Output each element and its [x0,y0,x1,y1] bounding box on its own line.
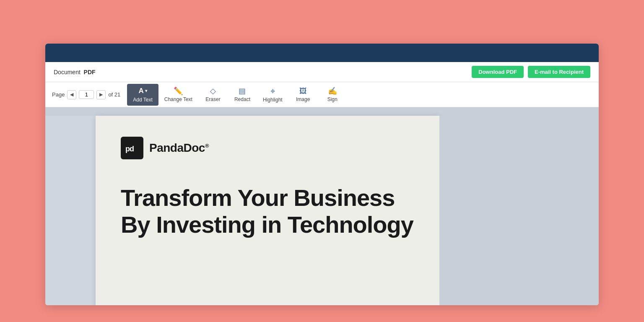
redact-tool-label: Redact [234,96,250,102]
sign-icon: ✍ [328,87,337,95]
add-text-tool-button[interactable]: A ▾ Add Text [127,84,158,106]
add-text-dropdown-arrow: ▾ [145,88,147,93]
page-of-label: of 21 [108,91,120,98]
pdf-headline: Transform Your Business By Investing in … [121,184,414,239]
doc-bar: Document PDF Download PDF E-mail to Reci… [45,62,599,82]
content-area: pd PandaDoc® Transform Your Business By … [45,107,599,305]
pdf-logo-area: pd PandaDoc® [121,137,414,159]
email-recipient-button[interactable]: E-mail to Recipient [528,66,590,78]
redact-icon: ▤ [239,87,246,95]
redact-tool-button[interactable]: ▤ Redact [228,84,257,106]
sign-tool-button[interactable]: ✍ Sign [318,84,347,106]
app-container: Document PDF Download PDF E-mail to Reci… [45,44,599,305]
toolbar: Page ◀ ▶ of 21 A ▾ Add Text ✏️ Change Te… [45,82,599,107]
eraser-tool-label: Eraser [205,96,220,102]
download-pdf-button[interactable]: Download PDF [472,66,524,78]
page-number-input[interactable] [79,90,94,99]
pandadoc-logo-icon: pd [121,137,143,159]
doc-title-prefix: Document [54,69,80,75]
add-text-tool-label: Add Text [133,97,152,103]
right-area [439,116,599,305]
page-prev-button[interactable]: ◀ [67,90,76,99]
eraser-icon: ◇ [210,87,216,95]
page-label: Page [52,91,65,98]
change-text-tool-button[interactable]: ✏️ Change Text [158,84,198,106]
page-next-button[interactable]: ▶ [96,90,106,99]
doc-title-bold: PDF [84,69,96,75]
left-sidebar [45,116,96,305]
image-tool-label: Image [296,96,310,102]
image-icon: 🖼 [299,87,307,95]
page-nav: Page ◀ ▶ of 21 [52,90,120,99]
doc-actions: Download PDF E-mail to Recipient [472,66,590,78]
change-text-tool-label: Change Text [164,96,192,102]
pdf-headline-line2: By Investing in Technology [121,211,414,238]
change-text-icon: ✏️ [174,87,183,95]
pandadoc-logo-text: PandaDoc® [149,141,209,155]
highlight-icon: ⌖ [270,87,275,95]
image-tool-button[interactable]: 🖼 Image [288,84,318,106]
doc-title: Document PDF [54,69,96,75]
pdf-page: pd PandaDoc® Transform Your Business By … [96,116,439,305]
pandadoc-sup: ® [205,143,209,149]
highlight-tool-label: Highlight [263,97,283,103]
pandadoc-name: PandaDoc® [149,141,209,154]
add-text-icon: A ▾ [138,87,147,95]
svg-text:pd: pd [125,145,134,153]
top-bar [45,44,599,62]
highlight-tool-button[interactable]: ⌖ Highlight [257,84,288,106]
eraser-tool-button[interactable]: ◇ Eraser [198,84,228,106]
sign-tool-label: Sign [327,96,338,102]
pdf-headline-line1: Transform Your Business [121,184,414,211]
